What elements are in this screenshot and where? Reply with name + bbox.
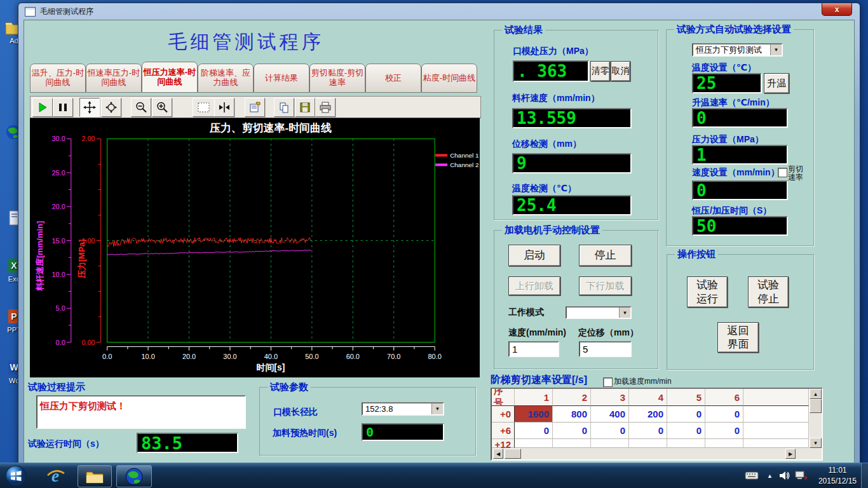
start-button[interactable] — [5, 465, 27, 488]
motor-start-button[interactable]: 启动 — [508, 245, 560, 266]
down-load-button[interactable]: 下行加载 — [579, 276, 632, 295]
tab-const-pressure-rate[interactable]: 恒压力速率-时间曲线 — [142, 62, 198, 93]
volume-icon[interactable] — [779, 471, 790, 483]
cell[interactable] — [591, 439, 629, 448]
table-row[interactable]: +0 1600 800 400 200 0 0 — [492, 406, 809, 423]
manual-speed-input[interactable]: 1 — [508, 341, 559, 357]
table-row[interactable]: +12 — [492, 439, 809, 448]
scroll-up-icon[interactable]: ▲ — [810, 389, 822, 399]
chevron-down-icon[interactable]: ▼ — [770, 44, 782, 55]
cell[interactable]: 800 — [553, 406, 591, 423]
col-header: 6 — [705, 389, 743, 406]
die-ratio-select[interactable]: 152:3.8 ▼ — [362, 402, 444, 416]
clear-button[interactable]: 清零 — [590, 61, 610, 81]
copy-button[interactable] — [274, 98, 294, 117]
table-row[interactable]: +6 0 0 0 0 0 0 — [492, 423, 809, 439]
close-button[interactable]: x — [822, 3, 852, 16]
temp-detect-display: 25.4 — [512, 195, 632, 215]
network-error-icon[interactable]: ✕ — [794, 471, 807, 484]
svg-text:50.0: 50.0 — [305, 353, 318, 361]
scroll-down-icon[interactable]: ▼ — [810, 438, 822, 448]
cell[interactable]: 0 — [705, 406, 743, 423]
tab-calc-results[interactable]: 计算结果 — [254, 64, 309, 93]
cursor-markers-button[interactable] — [214, 98, 234, 117]
cell[interactable]: 200 — [629, 406, 667, 423]
cell[interactable]: 0 — [629, 423, 667, 439]
return-button[interactable]: 返回界面 — [717, 322, 759, 353]
chevron-down-icon[interactable]: ▼ — [431, 403, 443, 414]
tray-clock[interactable]: 11:01 2015/12/15 — [818, 465, 857, 487]
cell[interactable]: 0 — [515, 423, 553, 439]
tab-calibration[interactable]: 校正 — [365, 64, 421, 93]
zoom-out-button[interactable] — [131, 98, 151, 117]
scroll-right-icon[interactable]: ▶ — [785, 449, 796, 459]
title-bar[interactable]: 毛细管测试程序 — [18, 3, 860, 20]
properties-button[interactable] — [245, 98, 265, 117]
cell[interactable]: 0 — [553, 423, 591, 439]
load-speed-checkbox[interactable] — [603, 377, 613, 387]
taskbar: e ▲ ✕ 11:01 2015/12/15 — [0, 463, 868, 488]
pan-button[interactable] — [79, 98, 100, 117]
app-taskbar-button[interactable] — [116, 465, 152, 487]
tab-step-rate-stress[interactable]: 阶梯速率、应力曲线 — [198, 64, 254, 93]
cell[interactable]: 0 — [705, 423, 743, 439]
shear-rate-checkbox[interactable] — [778, 168, 787, 177]
cell[interactable]: 0 — [667, 406, 705, 423]
cell[interactable] — [743, 406, 809, 423]
chevron-up-icon[interactable]: ▲ — [767, 473, 773, 479]
client-area: 毛细管测试程序 温升、压力-时间曲线 恒速率压力-时间曲线 恒压力速率-时间曲线… — [24, 20, 855, 465]
ie-taskbar-button[interactable]: e — [46, 466, 66, 488]
cell[interactable]: 0 — [667, 423, 705, 439]
windows-start-icon — [5, 465, 27, 487]
zoom-dynamic-button[interactable] — [101, 98, 121, 117]
set-displacement-input[interactable]: 5 — [579, 341, 632, 357]
motor-stop-button[interactable]: 停止 — [579, 245, 632, 266]
cancel-button[interactable]: 取消 — [611, 61, 630, 81]
svg-text:60.0: 60.0 — [346, 353, 360, 361]
svg-text:10.0: 10.0 — [141, 353, 154, 361]
save-button[interactable] — [295, 98, 315, 117]
cell[interactable] — [743, 423, 809, 439]
pause-button[interactable] — [53, 98, 73, 117]
test-run-button[interactable]: 试验运行 — [687, 276, 728, 308]
v-scroll-thumb[interactable] — [810, 399, 822, 413]
tab-viscosity-time[interactable]: 粘度-时间曲线 — [421, 64, 477, 93]
svg-text:2.00: 2.00 — [81, 135, 95, 142]
tab-shear-viscosity[interactable]: 剪切黏度-剪切速率 — [309, 64, 365, 93]
h-scroll-thumb[interactable] — [505, 449, 521, 459]
work-mode-select[interactable]: ▼ — [566, 306, 632, 319]
cell[interactable]: 400 — [591, 406, 629, 423]
shear-rate-table[interactable]: 序号 1 2 3 4 5 6 +0 1600 800 400 200 0 0 +… — [491, 388, 823, 461]
test-stop-button[interactable]: 试验停止 — [748, 276, 789, 308]
play-button[interactable] — [32, 98, 53, 117]
svg-text:40.0: 40.0 — [264, 353, 278, 361]
series-Channel 2 — [107, 250, 311, 255]
hold-time-label: 恒压/加压时间（S） — [692, 205, 771, 217]
cell[interactable]: 0 — [591, 423, 629, 439]
cell[interactable] — [705, 439, 743, 448]
chevron-down-icon[interactable]: ▼ — [619, 308, 630, 318]
test-mode-select[interactable]: 恒压力下剪切测试 ▼ — [692, 43, 783, 57]
cell[interactable] — [629, 439, 667, 448]
keyboard-tray-icon[interactable] — [745, 471, 759, 482]
zoom-in-button[interactable] — [152, 98, 172, 117]
tray-date: 2015/12/15 — [818, 476, 857, 487]
heat-button[interactable]: 升温 — [764, 73, 789, 93]
tab-const-rate-pressure[interactable]: 恒速率压力-时间曲线 — [86, 64, 142, 93]
cell-selected[interactable]: 1600 — [515, 406, 553, 423]
svg-text:10.0: 10.0 — [52, 271, 65, 278]
rod-speed-label: 料杆速度（mm/min） — [512, 93, 600, 104]
explorer-taskbar-button[interactable] — [78, 465, 112, 487]
scroll-left-icon[interactable]: ◀ — [493, 449, 503, 459]
page-title: 毛细管测试程序 — [112, 29, 379, 55]
up-unload-button[interactable]: 上行卸载 — [508, 276, 560, 295]
cell[interactable] — [553, 439, 591, 448]
cell[interactable] — [743, 439, 809, 448]
h-scrollbar[interactable] — [492, 448, 822, 459]
select-region-button[interactable] — [193, 98, 215, 117]
cell[interactable] — [515, 439, 553, 448]
show-desktop-button[interactable] — [861, 463, 868, 488]
tab-temp-pressure-time[interactable]: 温升、压力-时间曲线 — [30, 64, 86, 93]
cell[interactable] — [667, 439, 705, 448]
print-button[interactable] — [315, 98, 336, 117]
